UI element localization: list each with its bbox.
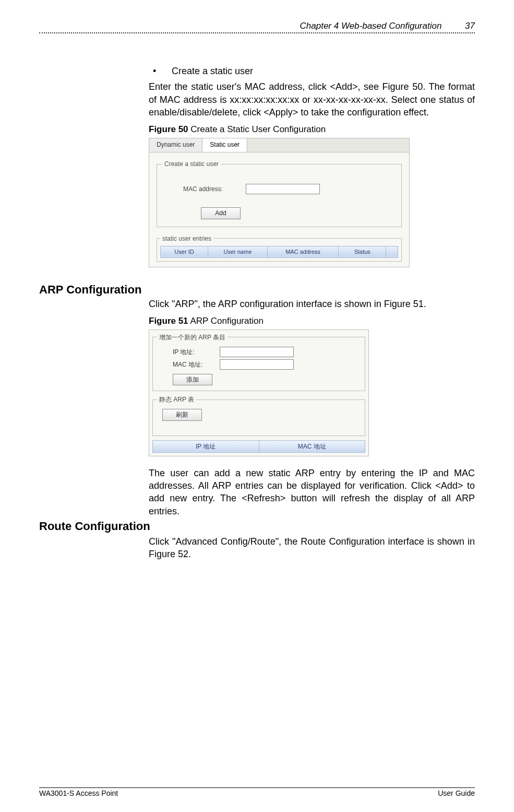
legend-static-user-entries: static user entries <box>160 234 213 243</box>
footer-right: User Guide <box>438 789 475 797</box>
refresh-button[interactable]: 刷新 <box>162 409 202 420</box>
arp-body-paragraph: The user can add a new static ARP entry … <box>149 467 475 517</box>
col-user-id: User ID <box>161 246 208 257</box>
fieldset-create-static-user: Create a static user MAC address: Add <box>157 160 402 227</box>
tabbar: Dynamic user Static user <box>149 138 409 152</box>
mac-address-input-arp[interactable] <box>220 359 294 370</box>
add-button[interactable]: Add <box>201 207 241 219</box>
legend-add-arp-entry: 增加一个新的 ARP 条目 <box>157 333 228 342</box>
route-body-paragraph: Click "Advanced Config/Route", the Route… <box>149 535 475 561</box>
mac-address-label: MAC address: <box>183 185 246 193</box>
bullet-text: Create a static user <box>172 65 253 77</box>
figure-51: 增加一个新的 ARP 条目 IP 地址: MAC 地址: 添加 静态 ARP 表… <box>149 329 369 456</box>
col-mac-address: MAC address <box>267 246 339 257</box>
arp-table-header: IP 地址 MAC 地址 <box>152 440 365 453</box>
heading-arp-configuration: ARP Configuration <box>39 283 475 297</box>
footer-left: WA3001-S Access Point <box>39 789 118 797</box>
static-user-table: User ID User name MAC address Status <box>160 246 398 258</box>
figure-50: Dynamic user Static user Create a static… <box>149 138 410 267</box>
page-footer: WA3001-S Access Point User Guide <box>39 787 475 797</box>
figure-50-title: Create a Static User Configuration <box>188 124 326 134</box>
bullet-dot: • <box>149 65 172 77</box>
mac-address-input[interactable] <box>246 184 320 194</box>
header-rule <box>39 32 475 33</box>
chapter-title: Chapter 4 Web-based Configuration <box>300 21 442 31</box>
add-arp-button[interactable]: 添加 <box>173 374 212 385</box>
ip-address-label: IP 地址: <box>173 348 220 356</box>
running-header: Chapter 4 Web-based Configuration 37 <box>39 21 475 31</box>
paragraph-create-static-user: Enter the static user's MAC address, cli… <box>149 80 475 119</box>
fieldset-add-arp-entry: 增加一个新的 ARP 条目 IP 地址: MAC 地址: 添加 <box>152 333 365 391</box>
figure-51-caption: Figure 51 ARP Configuration <box>149 315 475 327</box>
mac-address-label-arp: MAC 地址: <box>173 360 220 369</box>
tab-dynamic-user[interactable]: Dynamic user <box>149 138 202 152</box>
col-ip-address: IP 地址 <box>153 441 259 452</box>
figure-50-caption: Figure 50 Create a Static User Configura… <box>149 124 475 136</box>
legend-create-static-user: Create a static user <box>162 160 221 168</box>
fieldset-static-user-entries: static user entries User ID User name MA… <box>157 234 402 262</box>
figure-51-title: ARP Configuration <box>188 316 264 326</box>
legend-static-arp-table: 静态 ARP 表 <box>157 395 196 404</box>
page-number: 37 <box>454 21 475 31</box>
fieldset-static-arp-table: 静态 ARP 表 刷新 <box>152 395 365 436</box>
figure-50-number: Figure 50 <box>149 124 188 134</box>
col-blank <box>386 246 398 257</box>
heading-route-configuration: Route Configuration <box>39 520 475 533</box>
ip-address-input[interactable] <box>220 347 294 357</box>
col-mac-address-arp: MAC 地址 <box>259 441 365 452</box>
tab-static-user[interactable]: Static user <box>202 138 247 152</box>
col-user-name: User name <box>208 246 268 257</box>
arp-intro-paragraph: Click "ARP", the ARP configuration inter… <box>149 298 475 310</box>
figure-51-number: Figure 51 <box>149 316 188 326</box>
col-status: Status <box>339 246 386 257</box>
bullet-item: • Create a static user <box>149 65 475 77</box>
